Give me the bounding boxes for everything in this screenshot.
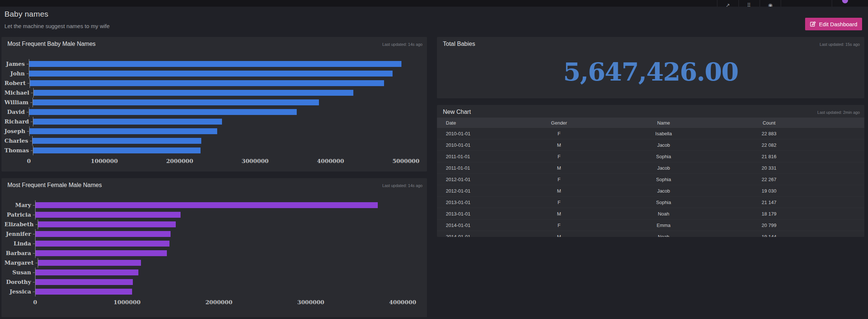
column-header-name[interactable]: Name [611, 120, 716, 126]
avatar[interactable] [842, 0, 848, 3]
panel-title[interactable]: Total Babies [443, 41, 475, 47]
chart-bar-track [38, 258, 421, 268]
chart-row: Elizabeth [4, 220, 424, 229]
stat-value-wrap: 5,647,426.00 [437, 47, 864, 96]
topbar-divider [739, 0, 739, 7]
topbar-divider [781, 0, 781, 7]
chart-plot-area: JamesJohnRobertMichaelWilliamDavidRichar… [4, 59, 424, 155]
chart-bar [36, 279, 133, 285]
chart-bar-track [33, 98, 421, 107]
male-names-bar-chart: JamesJohnRobertMichaelWilliamDavidRichar… [1, 59, 427, 165]
chart-row: Barbara [4, 248, 424, 258]
chart-category-label: Joseph [4, 128, 29, 135]
profile-icon[interactable]: ◉ [768, 3, 773, 7]
panel-header: New Chart Last updated: 2min ago [437, 105, 864, 115]
chart-row: Charles [4, 136, 424, 146]
chart-bar [29, 109, 297, 115]
table-cell: 19 030 [716, 188, 822, 194]
panel-title[interactable]: Most Frequent Baby Male Names [7, 41, 95, 47]
last-updated-label: Last updated: 15s ago [820, 41, 860, 47]
chart-row: John [4, 69, 424, 78]
chart-category-label: Barbara [4, 250, 35, 257]
column-header-date[interactable]: Date [437, 120, 507, 126]
chart-bar [33, 119, 222, 125]
chart-bar-track [29, 107, 421, 117]
total-babies-value: 5,647,426.00 [563, 57, 738, 86]
table-row: 2012-01-01MJacob19 030 [437, 185, 864, 197]
chart-bar-track [38, 220, 421, 229]
chart-category-label: Thomas [4, 147, 33, 154]
table-cell: F [507, 177, 611, 182]
data-table: Date Gender Name Count 2010-01-01FIsabel… [437, 118, 864, 237]
column-header-count[interactable]: Count [716, 120, 822, 126]
panel-header: Total Babies Last updated: 15s ago [437, 37, 864, 47]
edit-dashboard-label: Edit Dashboard [819, 21, 857, 27]
table-row: 2013-01-01FSophia21 147 [437, 197, 864, 208]
table-cell: 18 179 [716, 211, 822, 217]
chart-category-label: Mary [4, 202, 35, 208]
chart-bar-track [35, 229, 421, 239]
topbar-divider [717, 0, 717, 7]
table-cell: M [507, 165, 611, 171]
table-cell: Sophia [611, 200, 716, 205]
chart-row: Richard [4, 117, 424, 126]
chart-bar-track [35, 239, 421, 248]
table-header-row: Date Gender Name Count [437, 118, 864, 128]
table-cell: Noah [611, 211, 716, 217]
chart-category-label: Patricia [4, 211, 35, 218]
chart-bar [30, 80, 384, 86]
table-row: 2010-01-01FIsabella22 883 [437, 128, 864, 139]
apps-icon[interactable]: ⠿ [747, 3, 751, 7]
table-cell: 20 331 [716, 165, 822, 171]
column-header-gender[interactable]: Gender [507, 120, 611, 126]
chart-x-tick-label: 0 [33, 299, 37, 306]
chart-category-label: Linda [4, 240, 35, 247]
chart-x-tick-label: 5000000 [393, 158, 420, 164]
chart-bar-track [35, 210, 421, 220]
chart-row: Jennifer [4, 229, 424, 239]
chart-x-tick-label: 0 [27, 158, 31, 164]
chart-category-label: James [4, 61, 29, 67]
chart-x-tick-label: 1000000 [91, 158, 118, 164]
chart-row: Susan [4, 268, 424, 277]
topbar-divider [832, 0, 832, 7]
table-cell: Jacob [611, 142, 716, 148]
chart-bar [29, 71, 393, 77]
panel-new-chart: New Chart Last updated: 2min ago Date Ge… [437, 105, 864, 237]
chart-bar [30, 128, 217, 134]
chart-category-label: Margaret [4, 259, 38, 266]
chart-category-label: Jessica [4, 288, 35, 295]
chart-bar [36, 202, 378, 208]
chart-bar-track [29, 69, 421, 78]
table-row: 2014-01-01FEmma20 799 [437, 220, 864, 231]
chart-x-tick-label: 2000000 [166, 158, 193, 164]
chart-category-label: Elizabeth [4, 221, 38, 228]
panel-title[interactable]: Most Frequent Female Male Names [7, 182, 102, 189]
chart-category-label: Charles [4, 138, 32, 144]
chart-bar [33, 138, 201, 144]
table-cell: 2014-01-01 [437, 223, 507, 228]
chart-x-axis: 01000000200000030000004000000 [35, 297, 421, 306]
table-cell: 22 267 [716, 177, 822, 182]
edit-dashboard-button[interactable]: Edit Dashboard [805, 18, 862, 30]
table-cell: 2010-01-01 [437, 131, 507, 136]
chart-bar [36, 212, 181, 218]
chart-category-label: Jennifer [4, 231, 35, 237]
chart-category-label: Susan [4, 269, 35, 276]
chart-x-tick-label: 2000000 [205, 299, 232, 306]
table-cell: 2013-01-01 [437, 211, 507, 217]
chart-plot-area: MaryPatriciaElizabethJenniferLindaBarbar… [4, 200, 424, 296]
table-cell: Isabella [611, 131, 716, 136]
table-row: 2014-01-01MNoah19 144 [437, 231, 864, 237]
table-cell: 20 799 [716, 223, 822, 228]
share-icon[interactable]: ↗ [726, 3, 730, 7]
chart-bar-track [32, 136, 421, 146]
table-cell: Noah [611, 234, 716, 237]
panel-title[interactable]: New Chart [443, 109, 471, 115]
chart-x-tick-label: 1000000 [114, 299, 141, 306]
chart-bar [33, 147, 200, 153]
female-names-bar-chart: MaryPatriciaElizabethJenniferLindaBarbar… [1, 200, 427, 306]
chart-category-label: David [4, 109, 29, 115]
table-cell: Emma [611, 223, 716, 228]
chart-category-label: William [4, 99, 33, 106]
